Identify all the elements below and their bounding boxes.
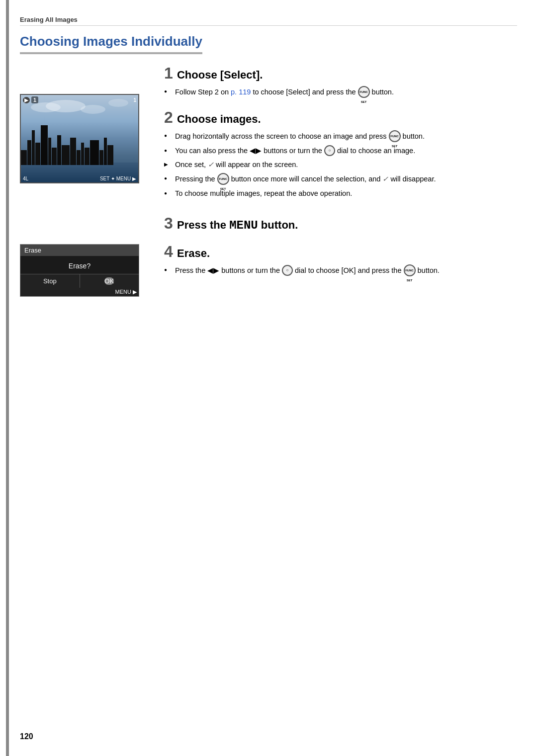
erase-question: Erase? <box>69 262 90 270</box>
breadcrumb-area: Erasing All Images <box>20 15 517 26</box>
step4-bullet1: Press the ◀▶ buttons or turn the ○ dial … <box>164 265 517 277</box>
step3-block: 3 Press the MENU button. <box>164 214 517 233</box>
erase-stop-btn[interactable]: Stop <box>20 274 80 288</box>
step4-title: Erase. <box>177 247 210 259</box>
camera-screen: ▶ 1 1 4L SET ✦ MENU ▶ <box>20 94 139 183</box>
left-column: ▶ 1 1 4L SET ✦ MENU ▶ <box>20 64 149 191</box>
erase-ok-btn[interactable]: OK <box>80 274 139 288</box>
cam-quality: 4L <box>23 176 28 181</box>
erase-dialog-buttons: Stop OK <box>20 274 139 288</box>
breadcrumb: Erasing All Images <box>20 16 78 23</box>
erase-dialog: Erase Erase? Stop OK MENU ▶ <box>20 244 139 297</box>
step4-bullets: Press the ◀▶ buttons or turn the ○ dial … <box>164 265 517 277</box>
camera-screen-inner: ▶ 1 1 4L SET ✦ MENU ▶ <box>21 95 138 182</box>
cam-controls: SET ✦ MENU ▶ <box>100 176 136 181</box>
step1-number: 1 <box>164 64 173 82</box>
dial-icon-2: ○ <box>282 265 293 276</box>
step1-bullets: Follow Step 2 on p. 119 to choose [Selec… <box>164 86 517 98</box>
step2-bullet5: To choose multiple images, repeat the ab… <box>164 188 517 199</box>
erase-dialog-body: Erase? <box>20 256 139 274</box>
step3-menu-text: MENU <box>229 219 258 232</box>
step3-title-before: Press the <box>177 219 229 231</box>
step2-number: 2 <box>164 108 173 126</box>
checkmark-1: ✓ <box>208 161 214 168</box>
erase-dialog-title: Erase <box>20 245 139 256</box>
erase-ok-label[interactable]: OK <box>104 277 114 285</box>
func-set-btn-4: FUNCSET <box>404 264 416 276</box>
step2-bullet4: Pressing the FUNCSET button once more wi… <box>164 173 517 185</box>
page-container: Erasing All Images Choosing Images Indiv… <box>0 0 537 756</box>
cam-top-right-overlay: 1 <box>133 97 136 103</box>
step4-number: 4 <box>164 243 173 260</box>
step1-link[interactable]: p. 119 <box>231 88 251 96</box>
content-area: Erasing All Images Choosing Images Indiv… <box>20 0 517 305</box>
step2-title: Choose images. <box>177 113 261 125</box>
cam-top-left-overlay: ▶ 1 <box>23 97 38 103</box>
step3-title-after: button. <box>258 219 298 231</box>
right-column: 1 Choose [Select]. Follow Step 2 on p. 1… <box>164 64 517 209</box>
step2-bullet3: Once set, ✓ will appear on the screen. <box>164 160 517 170</box>
step1-bullet1: Follow Step 2 on p. 119 to choose [Selec… <box>164 86 517 98</box>
func-set-btn-1: FUNCSET <box>358 86 370 98</box>
checkmark-2: ✓ <box>382 175 388 183</box>
erase-dialog-menu: MENU ▶ <box>20 288 139 296</box>
step1-title: Choose [Select]. <box>177 69 263 81</box>
main-layout: ▶ 1 1 4L SET ✦ MENU ▶ <box>20 64 517 209</box>
step3-title: Press the MENU button. <box>177 219 298 231</box>
sidebar-bar <box>0 0 9 756</box>
steps-34-left: Erase Erase? Stop OK MENU ▶ <box>20 214 149 305</box>
steps-34-right: 3 Press the MENU button. 4 Erase. Press … <box>164 214 517 287</box>
page-number: 120 <box>20 732 33 741</box>
step2-bullets: Drag horizontally across the screen to c… <box>164 131 517 199</box>
steps-34: Erase Erase? Stop OK MENU ▶ <box>20 214 517 305</box>
section-title: Choosing Images Individually <box>20 34 202 54</box>
step2-bullet2: You can also press the ◀▶ buttons or tur… <box>164 146 517 157</box>
step1-block: 1 Choose [Select]. Follow Step 2 on p. 1… <box>164 64 517 98</box>
buildings <box>21 125 138 165</box>
dial-icon-1: ○ <box>324 145 335 156</box>
func-set-btn-3: FUNCSET <box>217 173 229 185</box>
func-set-btn-2: FUNCSET <box>389 130 401 142</box>
step3-number: 3 <box>164 214 173 232</box>
cam-bottom-overlay: 4L SET ✦ MENU ▶ <box>21 176 138 181</box>
step2-block: 2 Choose images. Drag horizontally acros… <box>164 108 517 199</box>
step4-block: 4 Erase. Press the ◀▶ buttons or turn th… <box>164 243 517 277</box>
step2-bullet1: Drag horizontally across the screen to c… <box>164 131 517 143</box>
cam-number: 1 <box>31 96 38 103</box>
